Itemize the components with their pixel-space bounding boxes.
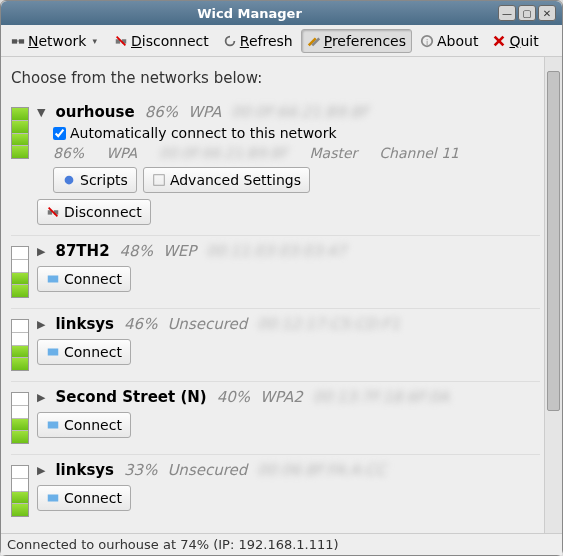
titlebar: Wicd Manager — ▢ ✕ — [1, 1, 562, 25]
encryption-label: WPA — [188, 103, 221, 121]
network-header[interactable]: ▶ Second Street (N) 40% WPA2 00:13:7F:18… — [37, 388, 540, 406]
ssid-label: linksys — [55, 461, 114, 479]
expand-icon: ▶ — [37, 318, 45, 331]
autoconnect-checkbox[interactable] — [53, 127, 66, 140]
mac-label: 00:0F:66:21:B9:8F — [231, 103, 369, 121]
svg-text:i: i — [426, 37, 428, 46]
signal-meter — [11, 392, 29, 444]
network-header[interactable]: ▼ ourhouse 86% WPA 00:0F:66:21:B9:8F — [37, 103, 540, 121]
autoconnect-label: Automatically connect to this network — [70, 125, 337, 141]
encryption-label: Unsecured — [167, 461, 247, 479]
network-item: ▶ linksys 33% Unsecured 00:06:8F:FA:A:CC… — [11, 455, 540, 527]
network-item: ▶ 87TH2 48% WEP 00:11:03:03:03:47 Connec… — [11, 236, 540, 309]
quit-button[interactable]: Quit — [486, 29, 544, 53]
svg-rect-18 — [48, 349, 59, 356]
percent-label: 33% — [124, 461, 157, 479]
network-item: ▶ linksys 46% Unsecured 00:12:17:C5:CD:F… — [11, 309, 540, 382]
connect-button[interactable]: Connect — [37, 485, 131, 511]
window-title: Wicd Manager — [1, 6, 498, 21]
signal-meter — [11, 465, 29, 517]
encryption-label: WEP — [163, 242, 196, 260]
disconnect-icon — [46, 205, 60, 219]
signal-meter — [11, 319, 29, 371]
disconnect-network-button[interactable]: Disconnect — [37, 199, 151, 225]
disconnect-button[interactable]: Disconnect — [108, 29, 215, 53]
network-item: ▶ Second Street (N) 40% WPA2 00:13:7F:18… — [11, 382, 540, 455]
svg-rect-1 — [19, 39, 24, 43]
ssid-label: Second Street (N) — [55, 388, 206, 406]
connect-icon — [46, 272, 60, 286]
mac-label: 00:06:8F:FA:A:CC — [257, 461, 386, 479]
network-info: 86% WPA 00:0F:66:21:B9:8F Master Channel… — [53, 145, 540, 161]
expand-icon: ▶ — [37, 245, 45, 258]
network-header[interactable]: ▶ linksys 33% Unsecured 00:06:8F:FA:A:CC — [37, 461, 540, 479]
preferences-icon — [307, 34, 321, 48]
svg-point-12 — [65, 176, 74, 185]
minimize-button[interactable]: — — [498, 5, 516, 21]
network-list: Choose from the networks below: ▼ ourhou… — [1, 57, 544, 533]
expand-icon: ▼ — [37, 106, 45, 119]
maximize-button[interactable]: ▢ — [518, 5, 536, 21]
expand-icon: ▶ — [37, 464, 45, 477]
percent-label: 46% — [124, 315, 157, 333]
connect-icon — [46, 345, 60, 359]
network-item: ▼ ourhouse 86% WPA 00:0F:66:21:B9:8F Aut… — [11, 97, 540, 236]
network-icon — [11, 34, 25, 48]
preferences-button[interactable]: Preferences — [301, 29, 412, 53]
refresh-button[interactable]: Refresh — [217, 29, 299, 53]
advanced-button[interactable]: Advanced Settings — [143, 167, 310, 193]
network-header[interactable]: ▶ linksys 46% Unsecured 00:12:17:C5:CD:F… — [37, 315, 540, 333]
percent-label: 40% — [217, 388, 250, 406]
scroll-thumb[interactable] — [547, 71, 560, 411]
about-icon: i — [420, 34, 434, 48]
svg-rect-13 — [154, 175, 165, 186]
close-button[interactable]: ✕ — [538, 5, 556, 21]
ssid-label: linksys — [55, 315, 114, 333]
connect-icon — [46, 418, 60, 432]
statusbar: Connected to ourhouse at 74% (IP: 192.16… — [1, 533, 562, 555]
network-header[interactable]: ▶ 87TH2 48% WEP 00:11:03:03:03:47 — [37, 242, 540, 260]
refresh-icon — [223, 34, 237, 48]
svg-rect-17 — [48, 276, 59, 283]
mac-label: 00:13:7F:18:6F:0A — [313, 388, 449, 406]
svg-rect-20 — [48, 495, 59, 502]
encryption-label: Unsecured — [167, 315, 247, 333]
disconnect-icon — [114, 34, 128, 48]
encryption-label: WPA2 — [260, 388, 303, 406]
connect-button[interactable]: Connect — [37, 266, 131, 292]
dropdown-icon: ▾ — [89, 36, 100, 46]
script-icon — [62, 173, 76, 187]
scrollbar[interactable] — [544, 57, 562, 533]
mac-label: 00:12:17:C5:CD:F1 — [257, 315, 400, 333]
scripts-button[interactable]: Scripts — [53, 167, 137, 193]
ssid-label: 87TH2 — [55, 242, 109, 260]
toolbar: Network ▾ Disconnect Refresh Preferences… — [1, 25, 562, 57]
percent-label: 86% — [145, 103, 178, 121]
prompt-label: Choose from the networks below: — [11, 69, 540, 87]
connect-button[interactable]: Connect — [37, 412, 131, 438]
percent-label: 48% — [120, 242, 153, 260]
svg-rect-0 — [12, 39, 17, 43]
connect-button[interactable]: Connect — [37, 339, 131, 365]
about-button[interactable]: i About — [414, 29, 484, 53]
svg-rect-19 — [48, 422, 59, 429]
settings-icon — [152, 173, 166, 187]
expand-icon: ▶ — [37, 391, 45, 404]
mac-label: 00:11:03:03:03:47 — [206, 242, 346, 260]
connect-icon — [46, 491, 60, 505]
signal-meter — [11, 107, 29, 159]
ssid-label: ourhouse — [55, 103, 134, 121]
quit-icon — [492, 34, 506, 48]
signal-meter — [11, 246, 29, 298]
network-menu[interactable]: Network ▾ — [5, 29, 106, 53]
